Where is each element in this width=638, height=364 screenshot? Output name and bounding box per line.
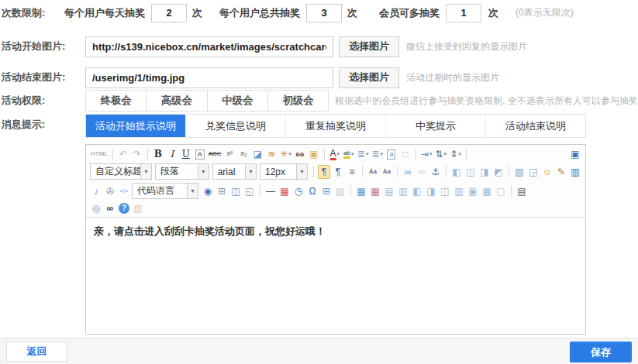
undo-icon[interactable]: ↶ — [117, 147, 129, 161]
static-map-icon[interactable]: ⊞ — [216, 184, 228, 198]
unlink-icon[interactable]: ∞ — [416, 165, 428, 179]
member-group-ultimate-button[interactable]: 终极会员 — [85, 90, 147, 112]
toolbar-separator — [147, 149, 148, 160]
toolbar-row-4: ◎∞?▧ — [88, 201, 583, 216]
image-inline-icon[interactable]: ◩ — [492, 165, 505, 179]
unordered-list-icon[interactable]: ≣▾ — [371, 147, 384, 161]
auto-typeset-icon[interactable]: ✳▾ — [279, 147, 292, 161]
member-group-junior-button[interactable]: 初级会员 — [267, 90, 329, 112]
total-input[interactable] — [306, 4, 342, 22]
formula-icon[interactable]: ⊞ — [320, 184, 333, 198]
paragraph-style-icon[interactable]: ≡ — [346, 165, 358, 179]
insert-code-icon[interactable]: </> — [118, 184, 130, 198]
underline-icon[interactable]: U — [180, 147, 192, 161]
insert-video-icon[interactable]: ▥ — [569, 165, 581, 179]
special-chars-icon[interactable]: Ω — [306, 184, 319, 198]
tab-activity-start-tip[interactable]: 活动开始提示说明 — [86, 115, 185, 137]
italic-icon[interactable]: I — [166, 147, 178, 161]
tab-repeat-draw[interactable]: 重复抽奖说明 — [285, 115, 385, 137]
html-source-icon[interactable]: HTML — [90, 147, 109, 161]
map-icon[interactable]: ◉ — [202, 184, 214, 198]
member-group-senior-button[interactable]: 高级会员 — [146, 90, 207, 112]
attachment-icon[interactable]: ✇ — [104, 184, 116, 198]
delete-table-icon[interactable]: ▦ — [369, 184, 381, 198]
table-sort-icon[interactable]: ▥ — [397, 184, 409, 198]
to-uppercase-icon[interactable]: Áa — [367, 165, 379, 179]
split-cells-icon[interactable]: ▦ — [481, 184, 493, 198]
font-family-select[interactable]: arial▾ — [212, 163, 257, 180]
emotion-icon[interactable]: ☺ — [541, 165, 554, 179]
ordered-list-icon[interactable]: ≣▾ — [357, 147, 370, 161]
save-button[interactable]: 保存 — [570, 342, 632, 362]
font-border-icon[interactable]: A — [194, 147, 206, 161]
paste-word-icon[interactable]: ▣ — [308, 147, 320, 161]
link-icon[interactable]: ∞ — [402, 165, 414, 179]
font-color-icon[interactable]: A▾ — [329, 147, 341, 161]
custom-title-select[interactable]: 自定义标题▾ — [90, 163, 152, 180]
background-icon[interactable]: ▨ — [334, 184, 347, 198]
columns-icon[interactable]: ◫ — [229, 184, 242, 198]
date-icon[interactable]: ▦ — [278, 184, 291, 198]
scrawl-icon[interactable]: ✎ — [555, 165, 567, 179]
strikethrough-icon[interactable]: ABC — [208, 147, 222, 161]
member-extra-input[interactable] — [446, 4, 481, 22]
image-float-right-icon[interactable]: ◨ — [478, 165, 491, 179]
editor-content[interactable]: 亲，请点击进入刮刮卡抽奖活动页面，祝您好运哦！ — [86, 218, 585, 334]
help-icon[interactable]: ? — [119, 203, 129, 214]
time-icon[interactable]: ◷ — [292, 184, 305, 198]
anchor-icon[interactable]: ⚓ — [429, 165, 442, 179]
redo-icon[interactable]: ↷ — [131, 147, 143, 161]
print-icon[interactable]: ▤ — [516, 184, 528, 198]
start-image-pick-button[interactable]: 选择图片 — [339, 36, 399, 57]
clear-doc-icon[interactable]: □ — [399, 147, 412, 161]
music-icon[interactable]: ♪ — [90, 184, 102, 198]
per-day-input[interactable] — [151, 4, 187, 22]
to-lowercase-icon[interactable]: Àa — [381, 165, 393, 179]
chevron-down-icon: ▾ — [458, 151, 461, 157]
highlight-color-icon[interactable]: ab▾ — [343, 147, 355, 161]
doc-upload-icon[interactable]: ◱ — [243, 184, 256, 198]
table-title-icon[interactable]: ▤ — [383, 184, 395, 198]
eraser-icon[interactable]: ◪ — [251, 147, 264, 161]
line-height-icon[interactable]: ⇕▾ — [449, 147, 462, 161]
paragraph-format-select[interactable]: 段落▾ — [155, 163, 209, 180]
merge-cells-icon[interactable]: ▣ — [467, 184, 479, 198]
end-image-input[interactable] — [85, 67, 333, 88]
back-button[interactable]: 返回 — [6, 342, 67, 362]
fullscreen-icon[interactable]: ▣ — [569, 147, 581, 161]
subscript-icon[interactable]: X₂ — [237, 147, 250, 161]
member-group-middle-button[interactable]: 中级会员 — [207, 90, 268, 112]
page-break-icon[interactable]: ▢ — [495, 184, 507, 198]
format-brush-icon[interactable]: ≋ — [265, 147, 278, 161]
rtl-paragraph-icon[interactable]: ¶ — [332, 165, 344, 179]
image-float-left-icon[interactable]: ◧ — [450, 165, 463, 179]
paste-icon[interactable]: ▧ — [132, 201, 144, 215]
screen-capture-icon[interactable]: ◲ — [527, 165, 540, 179]
delete-row-icon[interactable]: ◫ — [439, 184, 451, 198]
preview-icon[interactable]: ◎ — [90, 201, 102, 215]
blockquote-icon[interactable]: 66 — [294, 147, 306, 161]
insert-image-icon[interactable]: ▧ — [513, 165, 526, 179]
ltr-paragraph-icon[interactable]: ¶ — [318, 165, 330, 179]
tab-activity-end[interactable]: 活动结束说明 — [485, 115, 585, 137]
horizontal-rule-icon[interactable]: — — [264, 184, 277, 198]
superscript-icon[interactable]: X² — [223, 147, 236, 161]
insert-col-icon[interactable]: ◨ — [425, 184, 437, 198]
indent-icon[interactable]: ⇥▾ — [420, 147, 433, 161]
delete-col-icon[interactable]: ▥ — [453, 184, 465, 198]
permission-row: 活动权限: 终极会员 高级会员 中级会员 初级会员 根据选中的会员组进行参与抽奖… — [0, 90, 638, 112]
end-image-pick-button[interactable]: 选择图片 — [339, 67, 399, 88]
code-language-select[interactable]: 代码语言▾ — [132, 183, 198, 199]
end-image-hint: 活动过期时的显示图片 — [406, 71, 499, 84]
bold-icon[interactable]: B — [152, 147, 164, 161]
insert-row-icon[interactable]: ◧ — [411, 184, 423, 198]
find-replace-icon[interactable]: ∞ — [104, 201, 116, 215]
paragraph-spacing-icon[interactable]: ⇅▾ — [435, 147, 448, 161]
start-image-input[interactable] — [85, 36, 333, 57]
font-size-select[interactable]: 12px▾ — [260, 163, 308, 180]
select-all-icon[interactable]: a — [385, 147, 398, 161]
tab-redeem-info[interactable]: 兑奖信息说明 — [185, 115, 285, 137]
tab-win-tip[interactable]: 中奖提示 — [385, 115, 485, 137]
insert-table-icon[interactable]: ▦ — [355, 184, 367, 198]
image-center-icon[interactable]: ◫ — [464, 165, 477, 179]
